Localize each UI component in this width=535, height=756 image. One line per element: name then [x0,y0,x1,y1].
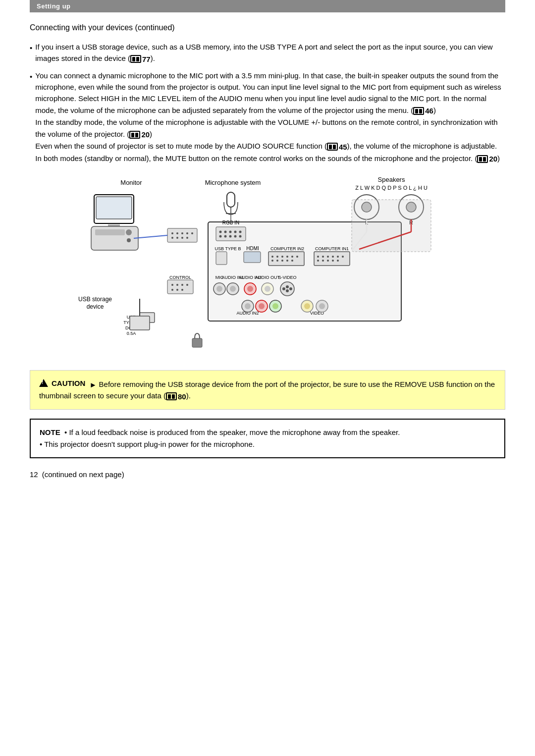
svg-point-103 [176,237,178,239]
svg-rect-11 [95,229,125,235]
ref-icon-45: 45 [327,141,347,153]
svg-text:S-VIDEO: S-VIDEO [278,275,296,280]
svg-point-59 [216,286,222,292]
svg-text:0.5A: 0.5A [127,331,136,336]
svg-point-43 [291,260,293,262]
svg-rect-7 [96,197,132,219]
svg-point-22 [219,235,222,237]
svg-text:Monitor: Monitor [120,179,142,186]
caution-triangle-icon [39,379,48,387]
bullet-content-1: If you insert a USB storage device, such… [35,41,505,65]
svg-rect-45 [314,252,350,266]
ref-icon-77: 77 [130,54,151,65]
svg-line-126 [134,235,167,238]
svg-point-71 [286,285,289,288]
list-item: • If you insert a USB storage device, su… [30,41,505,65]
svg-point-104 [181,237,183,239]
bullet-list: • If you insert a USB storage device, su… [30,41,505,165]
svg-point-40 [276,260,278,262]
ref-icon-80: 80 [166,391,186,402]
svg-point-90 [176,284,178,286]
diagram-svg: Monitor Microphone system Speakers Z L W… [54,175,481,358]
svg-point-102 [171,237,173,239]
svg-point-13 [127,238,131,242]
svg-rect-28 [216,252,227,265]
svg-point-53 [322,260,324,262]
header-label: Setting up [37,2,71,10]
svg-point-89 [171,284,173,286]
svg-point-77 [245,303,251,309]
ref-icon-20: 20 [129,129,150,140]
svg-point-36 [286,256,288,258]
svg-point-91 [181,284,183,286]
svg-rect-111 [227,192,235,207]
bullet-content-2: You can connect a dynamic microphone to … [35,70,505,165]
svg-point-33 [271,256,273,258]
ref-icon-20b: 20 [477,153,497,164]
svg-point-99 [181,232,183,234]
svg-point-49 [332,256,334,258]
svg-point-26 [239,235,242,237]
svg-text:COMPUTER IN1: COMPUTER IN1 [315,246,349,251]
svg-point-38 [296,256,298,258]
svg-rect-32 [268,252,304,266]
svg-point-65 [247,286,253,292]
svg-point-25 [234,235,237,237]
svg-point-86 [319,303,325,309]
svg-rect-88 [167,280,193,294]
svg-text:COMPUTER IN2: COMPUTER IN2 [270,246,304,251]
svg-point-35 [281,256,283,258]
note-text: • If a loud feedback noise is produced f… [40,428,400,448]
svg-point-79 [259,303,265,309]
svg-point-34 [276,256,278,258]
svg-point-62 [230,286,236,292]
caution-arrow: ► [90,380,97,388]
svg-point-98 [176,232,178,234]
svg-point-52 [317,260,319,262]
svg-point-42 [286,260,288,262]
svg-point-51 [342,256,344,258]
continued-text: (continued on next page) [42,470,124,479]
note-label: NOTE [40,428,60,436]
svg-point-72 [286,289,289,292]
svg-point-105 [186,237,188,239]
svg-text:device: device [87,303,104,310]
ref-icon-46: 46 [413,105,433,116]
svg-point-19 [229,230,232,233]
svg-point-81 [272,303,278,309]
svg-rect-129 [192,338,202,347]
svg-point-84 [304,303,310,309]
caution-text: Before removing the USB storage device f… [39,380,495,400]
svg-point-39 [271,260,273,262]
svg-rect-30 [244,252,261,263]
svg-text:Z L W K  D Q  D P S O L ¿ H U: Z L W K D Q D P S O L ¿ H U [355,185,428,191]
svg-point-46 [317,256,319,258]
header-bar: Setting up [30,0,505,12]
svg-point-68 [265,286,270,292]
svg-point-41 [281,260,283,262]
svg-point-93 [171,289,173,291]
svg-point-21 [239,230,242,233]
svg-point-92 [186,284,188,286]
page-number: 12 [30,470,38,479]
svg-text:CONTROL: CONTROL [169,275,191,280]
svg-rect-128 [130,316,150,330]
svg-rect-125 [352,200,431,252]
svg-point-47 [322,256,324,258]
section-title: Connecting with your devices (continued) [30,23,505,32]
svg-point-20 [234,230,237,233]
svg-text:USB TYPE B: USB TYPE B [215,246,241,251]
svg-point-24 [229,235,232,237]
svg-text:HDMI: HDMI [246,246,259,251]
svg-point-95 [181,289,183,291]
svg-point-18 [224,230,227,233]
svg-text:USB storage: USB storage [78,296,112,303]
svg-point-48 [327,256,329,258]
caution-label: CAUTION [39,378,85,389]
svg-point-73 [282,287,285,290]
svg-point-101 [191,232,193,234]
svg-rect-96 [167,228,197,242]
svg-point-56 [337,260,339,262]
svg-text:Microphone system: Microphone system [205,179,261,186]
svg-point-50 [337,256,339,258]
